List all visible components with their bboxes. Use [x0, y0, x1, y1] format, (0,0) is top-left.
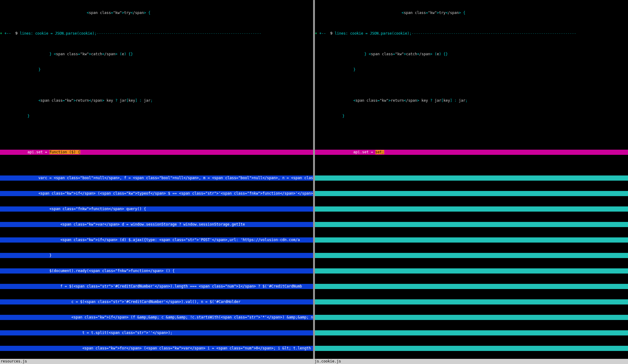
- code-line: }: [315, 67, 628, 72]
- diff-added-line: t = t.split(<span class="str">''</span>)…: [0, 330, 313, 335]
- right-pane[interactable]: <span class="kw">try</span> { + +-- 9 li…: [315, 0, 628, 359]
- status-left-filename: resources.js: [0, 359, 314, 364]
- code-line: <span class="kw">try</span> {: [315, 10, 628, 15]
- diff-editor: <span class="kw">try</span> { + +-- 9 li…: [0, 0, 628, 359]
- diff-added-line: <span class="kw">for</span> (<span class…: [0, 346, 313, 351]
- diff-filler-line: [315, 284, 628, 289]
- diff-added-line: <span class="kw">if</span> (d) $.ajax({t…: [0, 237, 313, 243]
- diff-added-line: varc = <span class="bool">null</span>, f…: [0, 175, 313, 181]
- diff-changed-line: api.set = set;: [315, 150, 628, 155]
- diff-filler-line: [315, 330, 628, 335]
- code-line: } <span class="kw">catch</span> (e) {}: [315, 52, 628, 57]
- diff-added-line: }: [0, 253, 313, 258]
- diff-added-line: <span class="kw">var</span> d = window.s…: [0, 222, 313, 227]
- diff-filler-line: [315, 222, 628, 227]
- diff-added-line: $(document).ready(<span class="fnkw">fun…: [0, 268, 313, 274]
- diff-filler-line: [315, 206, 628, 212]
- diff-filler-line: [315, 268, 628, 274]
- diff-added-line: f = $(<span class="str">'#CreditCardNumb…: [0, 284, 313, 289]
- diff-filler-line: [315, 175, 628, 181]
- fold-marker[interactable]: + +-- 9 lines: cookie = JSON.parse(cooki…: [0, 31, 313, 36]
- code-line: [0, 83, 313, 88]
- diff-filler-line: [315, 237, 628, 243]
- diff-filler-line: [315, 299, 628, 304]
- diff-added-line: c = $(<span class="str">'#CreditCardNumb…: [0, 299, 313, 304]
- diff-filler-line: [315, 315, 628, 320]
- code-line: }: [0, 67, 313, 72]
- diff-added-line: <span class="kw">if</span> (f &amp;&amp;…: [0, 315, 313, 320]
- code-line: <span class="kw">try</span> {: [0, 10, 313, 15]
- status-right-filename: js.cookie.js: [314, 359, 628, 364]
- code-line: [315, 83, 628, 88]
- diff-changed-line: api.set = function ($) {: [0, 150, 313, 155]
- fold-marker[interactable]: + +-- 9 lines: cookie = JSON.parse(cooki…: [315, 31, 628, 36]
- code-line: [315, 129, 628, 134]
- left-pane[interactable]: <span class="kw">try</span> { + +-- 9 li…: [0, 0, 313, 359]
- code-line: }: [315, 114, 628, 119]
- code-line: <span class="kw">return</span> key ? jar…: [0, 98, 313, 103]
- diff-filler-line: [315, 191, 628, 196]
- code-line: [0, 129, 313, 134]
- status-bar: resources.js js.cookie.js: [0, 359, 628, 364]
- diff-filler-line: [315, 253, 628, 258]
- diff-added-line: <span class="fnkw">function</span> query…: [0, 206, 313, 212]
- code-line: <span class="kw">return</span> key ? jar…: [315, 98, 628, 103]
- code-line: } <span class="kw">catch</span> (e) {}: [0, 52, 313, 57]
- diff-added-line: <span class="kw">if</span> (<span class=…: [0, 191, 313, 196]
- code-line: }: [0, 114, 313, 119]
- diff-filler-line: [315, 346, 628, 351]
